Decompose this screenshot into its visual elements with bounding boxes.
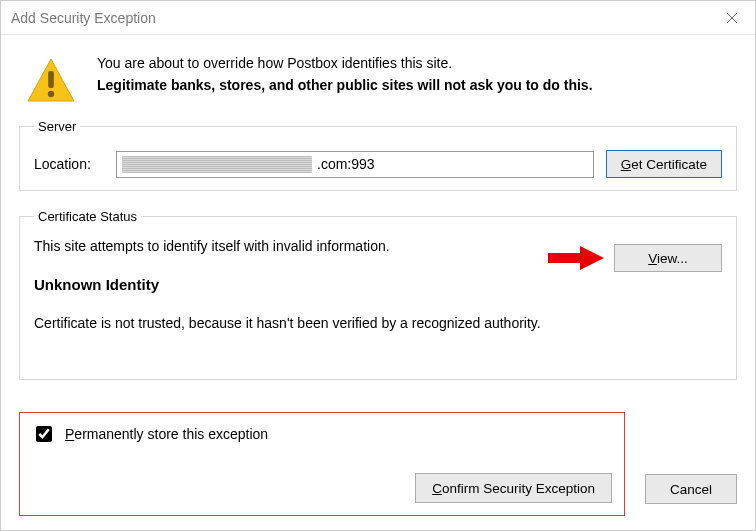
perm-rest: ermanently store this exception — [74, 426, 268, 442]
dialog-content: You are about to override how Postbox id… — [1, 35, 755, 530]
close-icon — [726, 12, 738, 24]
get-certificate-button[interactable]: Get Certificate — [606, 150, 722, 178]
server-row: Location: Get Certificate — [34, 150, 722, 178]
titlebar: Add Security Exception — [1, 1, 755, 35]
confirm-accel: C — [432, 481, 442, 496]
server-legend: Server — [34, 119, 80, 134]
svg-rect-3 — [48, 71, 54, 88]
permanent-store-checkbox-row[interactable]: Permanently store this exception — [32, 423, 612, 445]
view-button[interactable]: View... — [614, 244, 722, 272]
intro-line1: You are about to override how Postbox id… — [97, 53, 733, 75]
confirm-rest: onfirm Security Exception — [442, 481, 595, 496]
get-cert-rest: et Certificate — [631, 157, 707, 172]
cert-heading: Unknown Identity — [34, 276, 722, 293]
certificate-status-fieldset: Certificate Status This site attempts to… — [19, 209, 737, 380]
cert-body: This site attempts to identify itself wi… — [34, 238, 722, 367]
svg-point-4 — [48, 91, 54, 97]
warning-icon-wrap — [23, 53, 79, 103]
intro-line2: Legitimate banks, stores, and other publ… — [97, 75, 733, 97]
view-button-wrap: View... — [614, 244, 722, 272]
action-row-inner: Confirm Security Exception — [32, 473, 612, 503]
view-rest: iew... — [657, 251, 688, 266]
server-fieldset: Server Location: Get Certificate — [19, 119, 737, 191]
location-label: Location: — [34, 156, 104, 172]
location-input-wrap — [116, 151, 594, 178]
confirm-security-exception-button[interactable]: Confirm Security Exception — [415, 473, 612, 503]
permanent-store-label: Permanently store this exception — [65, 426, 268, 442]
warning-icon — [26, 57, 76, 103]
dialog-window: Add Security Exception You are about to … — [0, 0, 756, 531]
confirm-wrap: Confirm Security Exception — [415, 473, 612, 503]
get-cert-accel: G — [621, 157, 632, 172]
window-title: Add Security Exception — [11, 10, 709, 26]
view-accel: V — [648, 251, 657, 266]
bottom-area: Permanently store this exception Confirm… — [19, 394, 737, 516]
close-button[interactable] — [709, 1, 755, 35]
location-input[interactable] — [116, 151, 594, 178]
intro-text: You are about to override how Postbox id… — [97, 53, 733, 96]
permanent-store-checkbox[interactable] — [36, 426, 52, 442]
perm-accel: P — [65, 426, 74, 442]
cert-description: Certificate is not trusted, because it h… — [34, 315, 722, 331]
cancel-button[interactable]: Cancel — [645, 474, 737, 504]
certificate-status-legend: Certificate Status — [34, 209, 141, 224]
permanent-store-box: Permanently store this exception Confirm… — [19, 412, 625, 516]
intro-row: You are about to override how Postbox id… — [19, 47, 737, 109]
